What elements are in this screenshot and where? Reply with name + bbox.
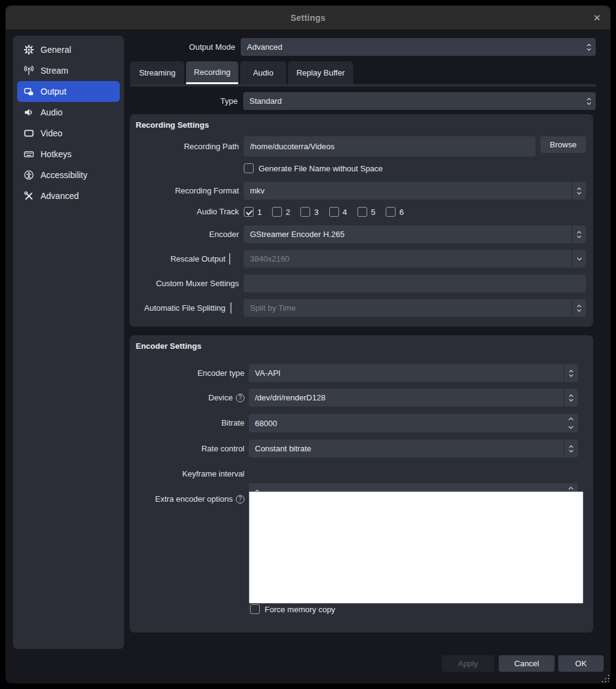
- rescale-output-label: Rescale Output: [130, 250, 225, 268]
- audio-track-row: 1 2 3 4 5 6: [244, 207, 414, 217]
- sidebar-item-video[interactable]: Video: [17, 123, 120, 144]
- type-label: Type: [115, 92, 238, 110]
- audio-track-1-checkbox[interactable]: [244, 207, 254, 217]
- spin-down-icon[interactable]: [568, 426, 574, 429]
- force-memory-copy-row: Force memory copy: [250, 604, 335, 614]
- audio-track-6-checkbox[interactable]: [386, 207, 396, 217]
- audio-track-4-checkbox[interactable]: [329, 207, 339, 217]
- encoder-type-select[interactable]: VA-API: [249, 364, 578, 382]
- extra-options-label-row: Extra encoder options ?: [130, 494, 244, 504]
- encoder-label: Encoder: [130, 225, 239, 243]
- audio-track-2-checkbox[interactable]: [272, 207, 282, 217]
- bitrate-spinbox[interactable]: 68000: [249, 414, 578, 432]
- dialog-title: Settings: [290, 13, 326, 23]
- keyboard-icon: [23, 149, 34, 160]
- output-mode-label: Output Mode: [112, 38, 235, 56]
- settings-dialog: Settings ✕ General: [6, 6, 610, 683]
- extra-options-label: Extra encoder options: [155, 494, 233, 504]
- encoder-type-label: Encoder type: [130, 364, 244, 382]
- generate-no-space-checkbox[interactable]: [244, 163, 254, 173]
- rescale-output-checkbox[interactable]: [229, 253, 230, 265]
- sidebar-item-label: Video: [41, 128, 63, 138]
- help-icon[interactable]: ?: [236, 495, 244, 504]
- bitrate-label: Bitrate: [130, 414, 244, 432]
- device-label-row: Device ?: [130, 389, 244, 407]
- type-select[interactable]: Standard: [243, 92, 596, 110]
- spin-up-icon[interactable]: [568, 486, 574, 490]
- sidebar-item-output[interactable]: Output: [17, 81, 120, 102]
- tab-pane-edge: [130, 84, 596, 87]
- sidebar-item-label: Accessibility: [41, 170, 87, 180]
- sidebar-item-label: Audio: [41, 107, 63, 117]
- spinner-arrows-icon[interactable]: [564, 440, 578, 457]
- sidebar-item-general[interactable]: General: [17, 39, 120, 60]
- file-splitting-select[interactable]: Split by Time: [244, 299, 586, 317]
- sidebar-item-advanced[interactable]: Advanced: [17, 185, 120, 206]
- rescale-resolution-select[interactable]: 3840x2160: [244, 250, 586, 268]
- rate-control-select[interactable]: Constant bitrate: [249, 440, 578, 457]
- group-title: Encoder Settings: [136, 341, 201, 351]
- screen: Settings ✕ General: [0, 0, 616, 689]
- file-splitting-checkbox[interactable]: [230, 302, 232, 314]
- speaker-icon: [23, 107, 34, 118]
- generate-no-space-row: Generate File Name without Space: [244, 163, 383, 173]
- monitor-icon: [23, 128, 34, 139]
- rate-control-label: Rate control: [130, 440, 244, 457]
- output-tabs: Streaming Recording Audio Replay Buffer: [130, 61, 353, 84]
- spinner-arrows-icon[interactable]: [564, 389, 578, 407]
- sidebar-item-audio[interactable]: Audio: [17, 102, 120, 123]
- custom-muxer-label: Custom Muxer Settings: [130, 274, 239, 292]
- tab-audio[interactable]: Audio: [240, 61, 286, 84]
- spinner-arrows-icon[interactable]: [582, 38, 596, 56]
- browse-button[interactable]: Browse: [540, 136, 586, 153]
- spinner-arrows-icon[interactable]: [572, 182, 586, 200]
- gear-icon: [23, 45, 34, 55]
- device-label: Device: [208, 393, 233, 402]
- sidebar-item-accessibility[interactable]: Accessibility: [17, 165, 120, 185]
- spin-up-icon[interactable]: [568, 417, 574, 421]
- file-splitting-label: Automatic File Splitting: [130, 299, 225, 317]
- cancel-button[interactable]: Cancel: [499, 655, 555, 672]
- recording-settings-group: Recording Settings Recording Path Browse…: [130, 114, 593, 327]
- extra-options-textarea[interactable]: [249, 491, 583, 604]
- sidebar-item-stream[interactable]: Stream: [17, 60, 120, 81]
- recording-format-select[interactable]: mkv: [244, 182, 586, 200]
- tab-replay-buffer[interactable]: Replay Buffer: [288, 61, 353, 84]
- help-icon[interactable]: ?: [236, 394, 244, 402]
- close-icon[interactable]: ✕: [593, 6, 601, 29]
- sidebar-item-label: Hotkeys: [41, 149, 72, 159]
- settings-sidebar: General Stream Output: [13, 36, 124, 649]
- titlebar[interactable]: Settings ✕: [6, 6, 610, 29]
- force-memory-copy-checkbox[interactable]: [250, 604, 260, 614]
- spinner-arrows-icon[interactable]: [572, 225, 586, 243]
- encoder-select[interactable]: GStreamer Encoder H.265: [244, 225, 586, 243]
- spinner-arrows-icon[interactable]: [572, 299, 586, 317]
- audio-track-3-checkbox[interactable]: [300, 207, 310, 217]
- sidebar-item-hotkeys[interactable]: Hotkeys: [17, 144, 120, 165]
- spinner-arrows-icon[interactable]: [564, 364, 578, 382]
- tools-icon: [23, 191, 34, 201]
- spinner-arrows-icon[interactable]: [582, 92, 596, 110]
- tab-streaming[interactable]: Streaming: [130, 61, 184, 84]
- recording-path-input[interactable]: [244, 136, 536, 157]
- sidebar-item-label: Output: [41, 87, 66, 96]
- sidebar-item-label: Advanced: [41, 191, 79, 201]
- encoder-settings-group: Encoder Settings Encoder type VA-API Dev…: [130, 335, 593, 633]
- output-mode-select[interactable]: Advanced: [241, 38, 596, 56]
- apply-button[interactable]: Apply: [442, 655, 494, 672]
- group-title: Recording Settings: [136, 120, 209, 130]
- keyframe-interval-label: Keyframe interval: [130, 465, 244, 483]
- tab-recording[interactable]: Recording: [186, 61, 238, 84]
- broadcast-icon: [23, 66, 34, 76]
- recording-path-label: Recording Path: [130, 136, 239, 157]
- ok-button[interactable]: OK: [558, 655, 604, 672]
- chevron-down-icon[interactable]: [572, 250, 586, 268]
- custom-muxer-input[interactable]: [244, 274, 586, 292]
- output-icon: [23, 87, 34, 97]
- resize-grip[interactable]: [601, 674, 609, 682]
- sidebar-item-label: General: [41, 45, 71, 55]
- audio-track-label: Audio Track: [130, 206, 239, 217]
- device-select[interactable]: /dev/dri/renderD128: [249, 389, 578, 407]
- sidebar-item-label: Stream: [41, 66, 68, 76]
- audio-track-5-checkbox[interactable]: [357, 207, 367, 217]
